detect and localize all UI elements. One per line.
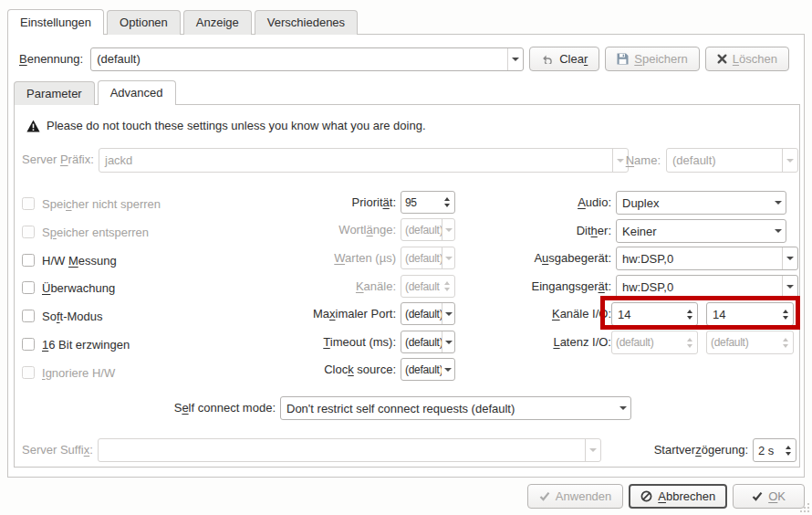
wait-label: Warten (µs): [179, 247, 396, 269]
checkbox-soft-mode[interactable]: Soft-Modus: [22, 307, 103, 325]
combo-arrow: [615, 397, 630, 419]
spin-buttons: [682, 303, 697, 325]
clock-source-value: (default): [401, 363, 442, 376]
server-prefix-combobox[interactable]: jackd: [99, 148, 629, 173]
spin-up-button[interactable]: [783, 338, 788, 342]
input-device-label: Eingangsgerät:: [407, 275, 611, 299]
client-name-combobox[interactable]: (default): [666, 148, 798, 173]
warning-row: Please do not touch these settings unles…: [26, 119, 426, 132]
spin-down-button[interactable]: [783, 344, 788, 348]
timeout-label: Timeout (ms):: [179, 331, 396, 353]
delete-button-label: Löschen: [733, 52, 777, 66]
spin-up-button[interactable]: [783, 310, 788, 313]
self-connect-mode-combobox[interactable]: Don't restrict self connect requests (de…: [280, 396, 631, 420]
checkbox-hw-meter[interactable]: H/W Messung: [22, 251, 117, 269]
advanced-tab-page: Please do not touch these settings unles…: [14, 104, 800, 468]
settings-tab-page: Benennung: (default) Clear Speichern Lös…: [7, 34, 805, 478]
channels-label: Kanäle:: [179, 275, 396, 298]
preset-row: Benennung: (default) Clear Speichern Lös…: [19, 47, 789, 71]
checkbox-box: [22, 310, 35, 322]
combo-arrow: [770, 192, 786, 214]
checkbox-ignore-hw[interactable]: Ignoriere H/W: [22, 363, 115, 382]
server-prefix-value: jackd: [99, 153, 612, 167]
check-icon: [752, 491, 763, 501]
clear-button[interactable]: Clear: [529, 47, 599, 71]
latency-out-spinbox[interactable]: (default): [706, 331, 794, 354]
dither-value: Keiner: [617, 225, 770, 238]
spin-up-button[interactable]: [687, 338, 692, 342]
tab-advanced[interactable]: Advanced: [98, 80, 176, 105]
ok-button[interactable]: OK: [733, 484, 805, 509]
spin-buttons: [781, 439, 796, 461]
checkbox-label: Überwachung: [42, 281, 115, 295]
spin-down-button[interactable]: [783, 316, 788, 320]
apply-button[interactable]: Anwenden: [527, 484, 623, 509]
check-icon: [539, 491, 550, 501]
clock-source-combobox[interactable]: (default): [401, 358, 455, 381]
channels-in-spinbox[interactable]: 14: [611, 302, 698, 326]
audio-value: Duplex: [617, 196, 770, 210]
port-max-label: Maximaler Port:: [179, 302, 396, 325]
preset-value: (default): [91, 52, 507, 66]
latency-io-label: Latenz I/O:: [407, 331, 611, 354]
client-name-label: Name:: [584, 148, 661, 173]
cancel-button[interactable]: Abbrechen: [629, 484, 727, 509]
spin-down-button[interactable]: [687, 344, 692, 348]
latency-in-spinbox[interactable]: (default): [611, 331, 698, 354]
tab-anzeige[interactable]: Anzeige: [183, 10, 252, 35]
resize-grip[interactable]: [799, 502, 810, 513]
audio-combobox[interactable]: Duplex: [616, 191, 786, 215]
checkbox-no-memory-lock[interactable]: Speicher nicht sperren: [22, 194, 161, 213]
combo-arrow: [782, 149, 797, 172]
settings-sub-tabbar: Parameter Advanced: [14, 80, 179, 105]
ok-button-label: OK: [768, 489, 786, 503]
output-device-combobox[interactable]: hw:DSP,0: [616, 247, 798, 270]
input-device-combobox[interactable]: hw:DSP,0: [616, 275, 798, 299]
spin-down-button[interactable]: [687, 316, 692, 320]
spin-up-button[interactable]: [687, 310, 692, 313]
tab-parameter[interactable]: Parameter: [14, 81, 95, 105]
self-connect-mode-value: Don't restrict self connect requests (de…: [281, 402, 615, 415]
combo-arrow: [770, 220, 786, 242]
save-button[interactable]: Speichern: [605, 47, 700, 71]
start-delay-spinbox[interactable]: 2 s: [753, 438, 796, 462]
clock-source-label: Clock source:: [179, 358, 396, 381]
combo-arrow: [442, 359, 454, 380]
preset-combobox[interactable]: (default): [90, 47, 524, 71]
checkbox-box: [22, 281, 35, 294]
priority-label: Priorität:: [179, 191, 396, 214]
checkbox-box: [22, 338, 35, 351]
checkbox-label: H/W Messung: [42, 254, 117, 268]
channels-in-value: 14: [612, 308, 682, 321]
server-suffix-combobox[interactable]: [98, 438, 601, 462]
checkbox-force-16bit[interactable]: 16 Bit erzwingen: [22, 335, 130, 353]
spin-down-button[interactable]: [786, 452, 791, 456]
tab-optionen[interactable]: Optionen: [107, 10, 181, 35]
checkbox-box: [22, 226, 35, 238]
undo-icon: [541, 54, 554, 64]
latency-out-value: (default): [707, 336, 778, 349]
spin-buttons: [682, 331, 697, 353]
tab-verschiedenes[interactable]: Verschiedenes: [255, 10, 358, 35]
spin-up-button[interactable]: [786, 446, 791, 449]
cancel-button-label: Abbrechen: [658, 489, 715, 503]
spin-buttons: [778, 331, 793, 353]
checkbox-label: Ignoriere H/W: [42, 366, 115, 380]
channels-out-spinbox[interactable]: 14: [706, 302, 794, 326]
input-device-value: hw:DSP,0: [617, 280, 782, 294]
spin-buttons: [778, 303, 793, 325]
combo-arrow: [782, 247, 797, 269]
checkbox-monitor[interactable]: Überwachung: [22, 279, 115, 297]
tab-einstellungen[interactable]: Einstellungen: [7, 9, 104, 35]
checkbox-label: Speicher nicht sperren: [42, 197, 161, 211]
delete-x-icon: [717, 54, 727, 64]
clear-button-label: Clear: [559, 52, 588, 66]
server-suffix-label: Server Suffix:: [22, 438, 93, 462]
dither-combobox[interactable]: Keiner: [616, 219, 786, 243]
checkbox-unlock-memory[interactable]: Speicher entsperren: [22, 223, 149, 241]
preset-label: Benennung:: [19, 52, 83, 66]
channels-io-label: Kanäle I/O:: [407, 302, 611, 326]
server-prefix-label: Server Präfix:: [22, 148, 94, 172]
delete-button[interactable]: Löschen: [705, 47, 789, 71]
wordlength-label: Wortlänge:: [179, 218, 396, 241]
